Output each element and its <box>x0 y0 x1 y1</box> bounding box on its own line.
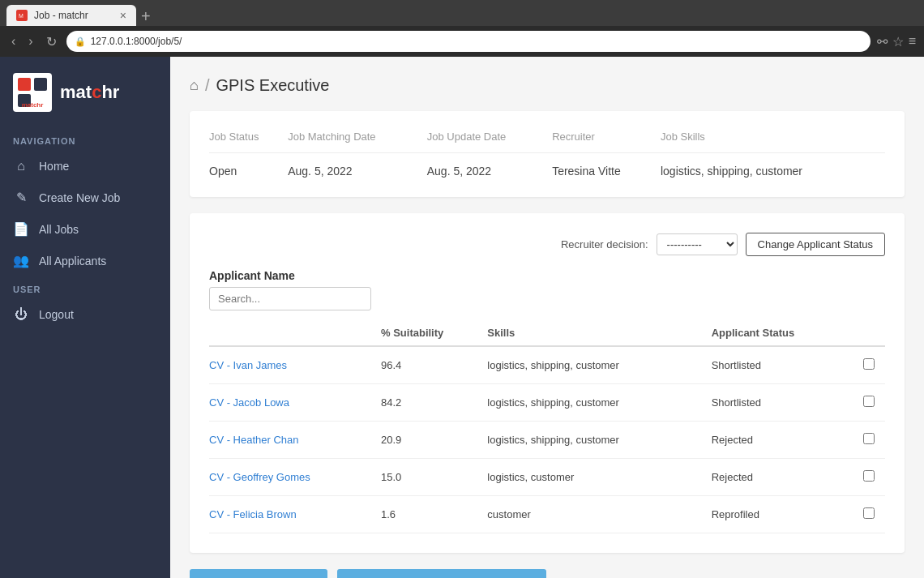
skills-cell: logistics, shipping, customer <box>487 346 711 384</box>
checkbox-cell[interactable] <box>853 346 885 384</box>
applicant-checkbox[interactable] <box>863 358 875 370</box>
job-skills-value: logistics, shipping, customer <box>661 153 885 178</box>
col-recruiter: Recruiter <box>552 131 661 153</box>
skills-cell: logistics, shipping, customer <box>487 384 711 422</box>
applicants-card: Recruiter decision: ---------- Shortlist… <box>190 213 905 553</box>
job-status-value: Open <box>209 153 288 178</box>
applicants-table: % Suitability Skills Applicant Status CV… <box>209 320 885 533</box>
sidebar: matchr matchr Navigation ⌂ Home ✎ Create… <box>0 57 170 578</box>
sidebar-item-logout[interactable]: ⏻ Logout <box>0 299 170 330</box>
checkbox-cell[interactable] <box>853 496 885 533</box>
sidebar-item-applicants-label: All Applicants <box>39 255 106 268</box>
suitability-cell: 1.6 <box>381 496 487 533</box>
applicant-checkbox[interactable] <box>863 396 875 407</box>
secure-icon: 🔒 <box>75 36 86 47</box>
sidebar-item-home[interactable]: ⌂ Home <box>0 151 170 182</box>
recruiter-decision-row: Recruiter decision: ---------- Shortlist… <box>209 233 885 256</box>
logout-icon: ⏻ <box>13 307 29 322</box>
skills-cell: logistics, shipping, customer <box>487 422 711 459</box>
suitability-cell: 20.9 <box>381 422 487 459</box>
sidebar-item-home-label: Home <box>39 160 69 173</box>
menu-icon[interactable]: ≡ <box>909 34 916 49</box>
back-button[interactable]: ‹ <box>8 32 19 50</box>
checkbox-cell[interactable] <box>853 422 885 459</box>
address-bar[interactable]: 🔒 127.0.0.1:8000/job/5/ <box>66 31 871 52</box>
applicant-checkbox[interactable] <box>863 470 875 482</box>
job-update-date-value: Aug. 5, 2022 <box>427 153 552 178</box>
breadcrumb: ⌂ / GPIS Executive <box>190 76 905 95</box>
table-row: CV - Geoffrey Gomes 15.0 logistics, cust… <box>209 459 885 496</box>
applicant-name-cell: CV - Heather Chan <box>209 422 381 459</box>
applicant-checkbox[interactable] <box>863 507 875 519</box>
sidebar-item-all-applicants[interactable]: 👥 All Applicants <box>0 245 170 276</box>
checkbox-cell[interactable] <box>853 459 885 496</box>
svg-text:matchr: matchr <box>22 101 44 109</box>
page-title: GPIS Executive <box>216 76 329 95</box>
sidebar-item-logout-label: Logout <box>39 308 74 321</box>
applicant-name-header: Applicant Name <box>209 269 885 282</box>
active-tab[interactable]: M Job - matchr × <box>6 5 136 26</box>
col-update-date: Job Update Date <box>427 131 552 153</box>
download-applicants-button[interactable]: Download List of Applicants' Status <box>337 569 545 578</box>
reload-button[interactable]: ↻ <box>43 32 60 51</box>
main-content: ⌂ / GPIS Executive Job Status Job Matchi… <box>170 57 924 578</box>
new-tab-button[interactable]: + <box>136 7 156 26</box>
applicants-icon: 👥 <box>13 253 29 268</box>
status-cell: Shortlisted <box>712 346 853 384</box>
create-icon: ✎ <box>13 190 29 205</box>
skills-cell: logistics, customer <box>487 459 711 496</box>
address-text: 127.0.0.1:8000/job/5/ <box>91 36 182 47</box>
view-job-description-button[interactable]: View Job Description <box>190 569 327 578</box>
job-matching-date-value: Aug. 5, 2022 <box>288 153 427 178</box>
suitability-cell: 84.2 <box>381 384 487 422</box>
search-input[interactable] <box>209 287 371 310</box>
forward-button[interactable]: › <box>25 32 36 50</box>
recruiter-decision-select[interactable]: ---------- Shortlisted Rejected Reprofil… <box>657 233 738 255</box>
suitability-cell: 96.4 <box>381 346 487 384</box>
tab-close-button[interactable]: × <box>120 9 126 22</box>
applicant-name-cell: CV - Geoffrey Gomes <box>209 459 381 496</box>
extensions-icon[interactable]: ⚯ <box>877 34 888 49</box>
bookmark-icon[interactable]: ☆ <box>892 34 904 49</box>
status-cell: Shortlisted <box>712 384 853 422</box>
sidebar-item-create-label: Create New Job <box>39 191 120 204</box>
change-status-button[interactable]: Change Applicant Status <box>746 233 885 256</box>
col-skills: Skills <box>487 320 711 346</box>
col-matching-date: Job Matching Date <box>288 131 427 153</box>
applicant-link[interactable]: CV - Felicia Brown <box>209 508 297 520</box>
logo-text: matchr <box>60 82 119 103</box>
tab-title: Job - matchr <box>34 10 88 21</box>
browser-toolbar: ‹ › ↻ 🔒 127.0.0.1:8000/job/5/ ⚯ ☆ ≡ <box>0 26 924 57</box>
job-info-row: Open Aug. 5, 2022 Aug. 5, 2022 Teresina … <box>209 153 885 178</box>
suitability-cell: 15.0 <box>381 459 487 496</box>
sidebar-item-all-jobs[interactable]: 📄 All Jobs <box>0 213 170 245</box>
status-cell: Reprofiled <box>712 496 853 533</box>
status-cell: Rejected <box>712 422 853 459</box>
home-icon: ⌂ <box>13 159 29 173</box>
col-job-status: Job Status <box>209 131 288 153</box>
col-status: Applicant Status <box>712 320 853 346</box>
applicant-link[interactable]: CV - Jacob Lowa <box>209 396 289 409</box>
applicant-checkbox[interactable] <box>863 433 875 444</box>
sidebar-item-create-job[interactable]: ✎ Create New Job <box>0 182 170 213</box>
table-row: CV - Ivan James 96.4 logistics, shipping… <box>209 346 885 384</box>
bottom-buttons: View Job Description Download List of Ap… <box>190 569 905 578</box>
applicant-link[interactable]: CV - Heather Chan <box>209 434 299 446</box>
svg-text:M: M <box>19 13 24 19</box>
skills-cell: customer <box>487 496 711 533</box>
applicant-link[interactable]: CV - Geoffrey Gomes <box>209 471 310 483</box>
col-checkbox <box>853 320 885 346</box>
job-recruiter-value: Teresina Vitte <box>552 153 661 178</box>
nav-section-label: Navigation <box>0 128 170 151</box>
browser-actions: ⚯ ☆ ≡ <box>877 34 916 49</box>
breadcrumb-separator: / <box>205 76 210 95</box>
status-cell: Rejected <box>712 459 853 496</box>
user-section-label: User <box>0 276 170 299</box>
browser-chrome: M Job - matchr × + ‹ › ↻ 🔒 127.0.0.1:800… <box>0 0 924 57</box>
app-layout: matchr matchr Navigation ⌂ Home ✎ Create… <box>0 57 924 578</box>
jobs-icon: 📄 <box>13 221 29 237</box>
home-breadcrumb-icon[interactable]: ⌂ <box>190 77 199 94</box>
job-info-table: Job Status Job Matching Date Job Update … <box>209 131 885 178</box>
checkbox-cell[interactable] <box>853 384 885 422</box>
applicant-link[interactable]: CV - Ivan James <box>209 359 287 371</box>
